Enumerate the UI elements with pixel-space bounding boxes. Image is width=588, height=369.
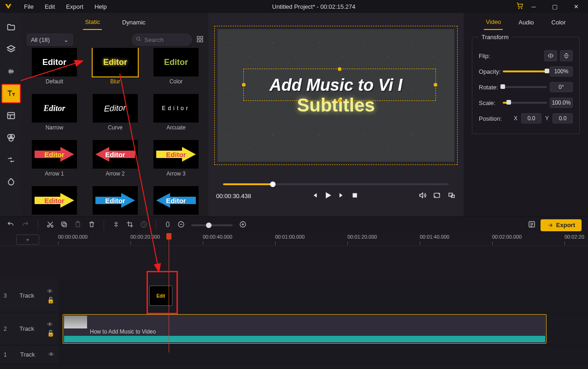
preset-thumb: Editor bbox=[103, 58, 127, 67]
clip-thumbnail bbox=[64, 316, 87, 328]
asset-arrow-6[interactable]: Editor bbox=[148, 186, 204, 217]
undo-icon[interactable] bbox=[6, 221, 15, 229]
grid-view-icon[interactable] bbox=[196, 35, 204, 44]
svg-point-4 bbox=[137, 37, 140, 40]
asset-default[interactable]: EditorDefault bbox=[27, 48, 82, 94]
asset-color[interactable]: EditorColor bbox=[148, 48, 204, 94]
render-settings-icon[interactable] bbox=[528, 220, 536, 230]
menu-help[interactable]: Help bbox=[90, 2, 112, 12]
zoom-slider[interactable] bbox=[191, 224, 233, 226]
visibility-icon[interactable]: 👁 bbox=[47, 321, 54, 328]
playback-progress[interactable] bbox=[223, 183, 449, 185]
copy-icon[interactable] bbox=[60, 221, 68, 229]
play-icon[interactable] bbox=[323, 191, 333, 201]
rotate-slider[interactable] bbox=[503, 86, 547, 88]
volume-icon[interactable] bbox=[418, 192, 426, 200]
track-1[interactable]: 1 Track 👁 bbox=[0, 346, 588, 364]
text-selection-box[interactable] bbox=[243, 69, 436, 101]
close-icon[interactable]: ✕ bbox=[566, 0, 586, 13]
track-2[interactable]: 2 Track 👁🔓 How to Add Music to Video bbox=[0, 312, 588, 346]
app-logo-icon bbox=[2, 0, 15, 13]
fullscreen-icon[interactable] bbox=[447, 192, 456, 200]
media-panel-icon[interactable] bbox=[1, 18, 21, 37]
crop-icon[interactable] bbox=[126, 221, 134, 229]
scale-label: Scale: bbox=[479, 100, 495, 106]
opacity-slider[interactable] bbox=[503, 70, 547, 72]
menu-edit[interactable]: Edit bbox=[40, 2, 59, 12]
flip-horizontal-button[interactable] bbox=[544, 50, 557, 61]
cart-icon[interactable] bbox=[516, 2, 523, 11]
svg-rect-15 bbox=[353, 193, 357, 197]
stop-icon[interactable] bbox=[351, 192, 359, 200]
asset-arrow-4[interactable]: Editor bbox=[27, 186, 82, 217]
asset-arrow-2[interactable]: EditorArrow 2 bbox=[88, 140, 143, 186]
tab-audio[interactable]: Audio bbox=[517, 15, 535, 29]
lock-icon[interactable]: 🔓 bbox=[47, 297, 54, 304]
preset-thumb: Editor bbox=[93, 186, 138, 215]
rotate-value[interactable]: 0° bbox=[550, 82, 573, 92]
elements-panel-icon[interactable] bbox=[1, 172, 21, 192]
position-x[interactable]: 0.0 bbox=[521, 113, 541, 123]
cut-icon[interactable] bbox=[47, 221, 54, 229]
add-track-button[interactable]: + bbox=[16, 234, 39, 245]
filter-dropdown[interactable]: All (18) ⌄ bbox=[27, 34, 73, 46]
timeline-ruler[interactable]: 00:00:00.000 00:00:20.000 00:00:40.000 0… bbox=[58, 233, 588, 246]
marker-icon[interactable] bbox=[165, 221, 171, 229]
svg-rect-0 bbox=[8, 112, 15, 118]
split-icon[interactable] bbox=[112, 221, 120, 229]
lock-icon[interactable]: 🔓 bbox=[47, 330, 54, 337]
menu-file[interactable]: File bbox=[19, 2, 38, 12]
video-clip[interactable]: How to Add Music to Video bbox=[63, 314, 547, 344]
layers-panel-icon[interactable] bbox=[1, 40, 21, 59]
position-y[interactable]: 0.0 bbox=[553, 113, 573, 123]
next-frame-icon[interactable] bbox=[338, 192, 346, 200]
asset-arrow-1[interactable]: EditorArrow 1 bbox=[27, 140, 82, 186]
svg-rect-7 bbox=[197, 40, 200, 42]
prev-frame-icon[interactable] bbox=[311, 192, 318, 200]
redo-icon bbox=[21, 221, 29, 229]
asset-arrow-3[interactable]: EditorArrow 3 bbox=[148, 140, 204, 186]
zoom-out-icon[interactable] bbox=[177, 221, 185, 229]
speed-icon bbox=[140, 221, 147, 229]
tab-color[interactable]: Color bbox=[550, 15, 568, 29]
asset-curve[interactable]: EditorCurve bbox=[88, 94, 143, 140]
visibility-icon[interactable]: 👁 bbox=[47, 288, 54, 295]
export-button[interactable]: Export bbox=[541, 219, 582, 231]
asset-blur[interactable]: EditorBlur bbox=[88, 48, 143, 94]
tab-video[interactable]: Video bbox=[484, 15, 503, 30]
x-label: X bbox=[514, 115, 517, 122]
opacity-value[interactable]: 100% bbox=[550, 66, 573, 76]
tab-static[interactable]: Static bbox=[83, 15, 102, 30]
visibility-icon[interactable]: 👁 bbox=[48, 351, 54, 358]
preview-stage[interactable]: Add Music to Vi I Subtitles bbox=[214, 26, 458, 165]
paste-icon bbox=[74, 221, 82, 229]
templates-panel-icon[interactable] bbox=[1, 106, 21, 125]
transitions-panel-icon[interactable] bbox=[1, 150, 21, 170]
menu-export[interactable]: Export bbox=[61, 2, 88, 12]
svg-rect-8 bbox=[200, 40, 203, 42]
text-panel-icon[interactable] bbox=[1, 84, 21, 103]
delete-icon[interactable] bbox=[88, 221, 95, 229]
playhead[interactable] bbox=[169, 233, 169, 352]
scale-value[interactable]: 100.0% bbox=[550, 98, 573, 108]
opacity-label: Opacity: bbox=[479, 68, 501, 75]
minimize-icon[interactable]: ─ bbox=[523, 0, 544, 13]
asset-arcuate[interactable]: EditorArcuate bbox=[148, 94, 204, 140]
asset-narrow[interactable]: EditorNarrow bbox=[27, 94, 82, 140]
flip-vertical-button[interactable] bbox=[560, 50, 573, 61]
track-3[interactable]: 3 Track 👁🔓 Edit bbox=[0, 279, 588, 312]
preset-thumb: Editor bbox=[153, 140, 199, 169]
tab-dynamic[interactable]: Dynamic bbox=[120, 15, 147, 29]
filters-panel-icon[interactable] bbox=[1, 128, 21, 147]
scale-slider[interactable] bbox=[503, 102, 547, 104]
snapshot-icon[interactable] bbox=[433, 192, 441, 200]
preset-thumb: Editor bbox=[93, 140, 138, 169]
zoom-in-icon[interactable] bbox=[239, 221, 247, 229]
search-field[interactable] bbox=[144, 36, 181, 43]
asset-arrow-5[interactable]: Editor bbox=[88, 186, 143, 217]
y-label: Y bbox=[545, 115, 549, 122]
maximize-icon[interactable]: ▢ bbox=[545, 0, 565, 13]
search-input[interactable] bbox=[132, 34, 192, 46]
audio-panel-icon[interactable] bbox=[1, 62, 21, 81]
chevron-down-icon: ⌄ bbox=[64, 36, 69, 43]
